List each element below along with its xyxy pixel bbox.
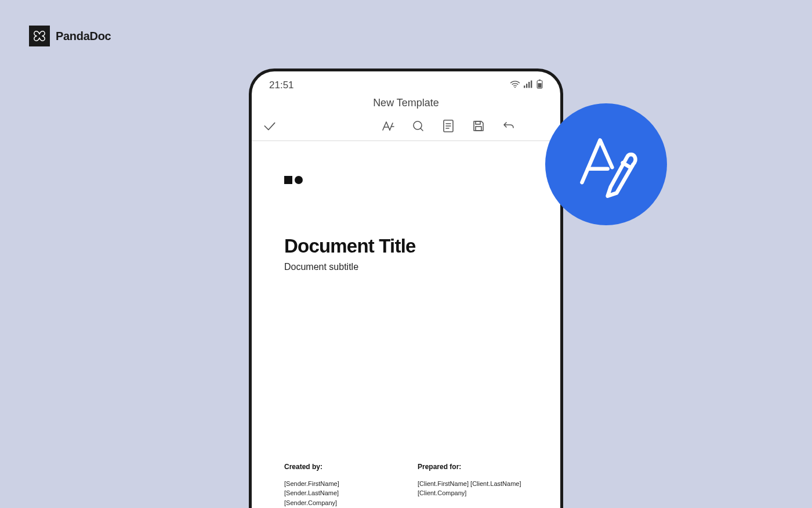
toolbar-spacer [531, 118, 546, 134]
edit-style-badge [545, 103, 667, 225]
signal-icon [524, 80, 533, 91]
svg-rect-10 [476, 121, 480, 124]
svg-rect-3 [528, 82, 530, 88]
svg-rect-7 [538, 83, 541, 88]
save-button[interactable] [471, 118, 486, 134]
document-subtitle[interactable]: Document subtitle [284, 262, 528, 272]
phone-frame: 21:51 New Template [249, 69, 563, 508]
created-by-label: Created by: [284, 463, 394, 471]
prepared-for-name[interactable]: [Client.FirstName] [Client.LastName] [418, 479, 528, 489]
brand-logo-icon [29, 26, 50, 46]
created-by-company[interactable]: [Sender.Company] [284, 498, 394, 508]
confirm-button[interactable] [262, 118, 277, 134]
wifi-icon [510, 80, 520, 91]
svg-rect-4 [531, 81, 532, 88]
svg-rect-11 [476, 127, 481, 131]
toolbar [252, 115, 560, 141]
search-button[interactable] [411, 118, 426, 134]
text-style-button[interactable] [380, 118, 396, 134]
status-time: 21:51 [269, 80, 294, 91]
screen-title: New Template [252, 93, 560, 115]
prepared-for-company[interactable]: [Client.Company] [418, 488, 528, 498]
status-bar: 21:51 [252, 71, 560, 93]
prepared-for-block: Prepared for: [Client.FirstName] [Client… [418, 463, 528, 508]
undo-button[interactable] [501, 118, 516, 134]
document-button[interactable] [441, 118, 456, 134]
document-title[interactable]: Document Title [284, 235, 528, 257]
svg-point-0 [514, 87, 516, 88]
document-footer: Created by: [Sender.FirstName] [Sender.L… [284, 463, 528, 508]
svg-rect-2 [526, 84, 527, 88]
created-by-block: Created by: [Sender.FirstName] [Sender.L… [284, 463, 394, 508]
svg-rect-6 [539, 80, 541, 81]
battery-icon [536, 80, 543, 91]
brand-name: PandaDoc [56, 30, 111, 43]
prepared-for-label: Prepared for: [418, 463, 528, 471]
status-icons [510, 80, 543, 91]
brand-logo: PandaDoc [29, 26, 111, 46]
created-by-name[interactable]: [Sender.FirstName] [Sender.LastName] [284, 479, 394, 498]
document-logo-placeholder [284, 176, 528, 184]
svg-rect-1 [524, 85, 525, 88]
document-preview[interactable]: Document Title Document subtitle Created… [252, 141, 560, 507]
text-edit-icon [568, 127, 644, 202]
